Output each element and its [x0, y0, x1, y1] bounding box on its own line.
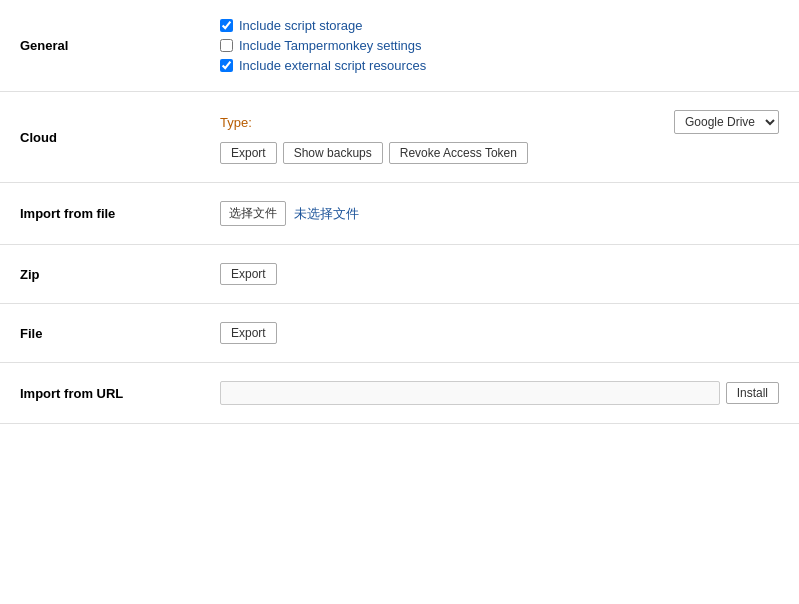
checkbox-item-external-script-resources[interactable]: Include external script resources — [220, 58, 779, 73]
no-file-text: 未选择文件 — [294, 205, 359, 223]
checkbox-item-script-storage[interactable]: Include script storage — [220, 18, 779, 33]
url-row-content: Install — [220, 381, 779, 405]
import-from-url-label: Import from URL — [20, 386, 123, 401]
cloud-buttons: Export Show backups Revoke Access Token — [220, 142, 779, 164]
checkbox-item-tampermonkey-settings[interactable]: Include Tampermonkey settings — [220, 38, 779, 53]
cloud-content: Type: Google Drive Export Show backups R… — [220, 110, 779, 164]
file-input-wrapper: 选择文件 未选择文件 — [220, 201, 779, 226]
general-row: General Include script storage Include T… — [0, 0, 799, 92]
zip-label: Zip — [20, 267, 40, 282]
import-from-url-row: Import from URL Install — [0, 363, 799, 424]
import-from-file-label: Import from file — [20, 206, 115, 221]
checkbox-label-script-storage: Include script storage — [239, 18, 363, 33]
checkbox-external-script-resources[interactable] — [220, 59, 233, 72]
url-input[interactable] — [220, 381, 720, 405]
cloud-type-row: Type: Google Drive — [220, 110, 779, 134]
general-checkboxes: Include script storage Include Tampermon… — [220, 18, 779, 73]
import-from-file-row: Import from file 选择文件 未选择文件 — [0, 183, 799, 245]
cloud-type-label: Type: — [220, 115, 252, 130]
checkbox-label-tampermonkey-settings: Include Tampermonkey settings — [239, 38, 422, 53]
settings-table: General Include script storage Include T… — [0, 0, 799, 424]
file-label: File — [20, 326, 42, 341]
cloud-type-select-wrapper: Google Drive — [674, 110, 779, 134]
general-label: General — [20, 38, 68, 53]
checkbox-script-storage[interactable] — [220, 19, 233, 32]
cloud-export-button[interactable]: Export — [220, 142, 277, 164]
install-button[interactable]: Install — [726, 382, 779, 404]
file-row: File Export — [0, 304, 799, 363]
cloud-label: Cloud — [20, 130, 57, 145]
cloud-row: Cloud Type: Google Drive Export Show bac… — [0, 92, 799, 183]
cloud-revoke-access-token-button[interactable]: Revoke Access Token — [389, 142, 528, 164]
zip-export-button[interactable]: Export — [220, 263, 277, 285]
file-export-button[interactable]: Export — [220, 322, 277, 344]
checkbox-tampermonkey-settings[interactable] — [220, 39, 233, 52]
checkbox-label-external-script-resources: Include external script resources — [239, 58, 426, 73]
zip-row: Zip Export — [0, 245, 799, 304]
choose-file-button[interactable]: 选择文件 — [220, 201, 286, 226]
cloud-type-select[interactable]: Google Drive — [674, 110, 779, 134]
cloud-show-backups-button[interactable]: Show backups — [283, 142, 383, 164]
